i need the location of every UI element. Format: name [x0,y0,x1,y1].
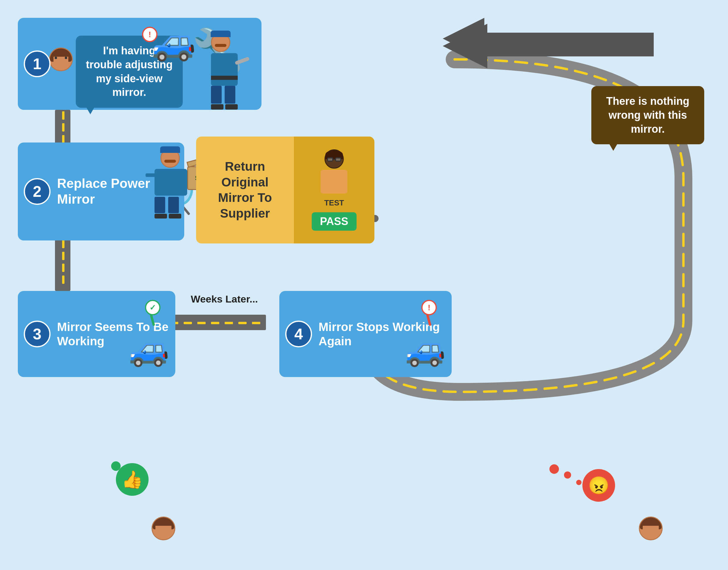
step1-alert-icon: ! [142,27,158,42]
thumbs-up-emoji: 👍 [122,469,143,490]
svg-rect-8 [62,240,64,248]
step2-number: 2 [24,178,50,205]
supplier-speech-text: There is nothing wrong with this mirror. [606,95,689,135]
svg-rect-18 [238,322,247,324]
return-mirror-box: Return Original Mirror To Supplier TEST … [196,136,374,243]
svg-rect-5 [62,123,64,131]
step1-box: 1 I'm having trouble adjusting my side-v… [18,18,261,110]
svg-point-23 [549,464,559,474]
angry-customer-face [639,517,663,540]
step1-number: 1 [24,50,50,77]
supplier-woman [321,149,347,194]
svg-point-24 [564,472,571,479]
step3-check-icon: ✓ [145,300,160,315]
svg-rect-7 [55,238,70,291]
step3-box: 3 Mirror Seems To Be Working 🚙 ✓ [18,291,175,377]
step2-box: 2 Replace Power Mirror $$$ [18,142,184,241]
svg-point-25 [576,480,581,485]
angry-face-bubble: 😠 [582,469,615,502]
svg-rect-1 [484,33,654,56]
thumbs-up-bubble: 👍 [116,463,149,496]
svg-rect-12 [168,315,266,330]
svg-rect-3 [55,110,70,146]
svg-rect-6 [62,135,64,144]
svg-rect-19 [252,322,260,324]
svg-rect-16 [211,322,219,324]
step3-number: 3 [24,321,50,347]
weeks-later-text: Weeks Later... [190,292,258,305]
test-label: TEST [324,198,344,208]
step2-mechanic: $$$ [155,149,187,219]
return-left-section: Return Original Mirror To Supplier [196,136,294,243]
svg-rect-17 [225,322,233,324]
step1-car: 🚙 [152,24,196,59]
svg-rect-14 [184,322,192,324]
customer-avatar [49,47,73,71]
svg-rect-10 [62,264,64,272]
svg-rect-15 [197,322,206,324]
svg-marker-2 [443,24,487,68]
svg-rect-9 [62,252,64,260]
step4-car: 🚙 [405,330,446,368]
step4-box: 4 Mirror Stops Working Again 🚙 ! [279,291,451,377]
return-text: Return Original Mirror To Supplier [202,159,288,221]
step3-car: 🚙 [129,330,169,368]
svg-marker-0 [443,18,654,59]
step4-number: 4 [285,321,312,347]
pass-badge: PASS [312,212,357,231]
supplier-speech-bubble: There is nothing wrong with this mirror. [591,86,704,144]
svg-rect-11 [62,276,64,284]
happy-customer-face [152,517,175,540]
return-right-section: TEST PASS [294,136,374,243]
step4-alert-icon: ! [421,300,437,315]
svg-rect-4 [62,111,64,120]
